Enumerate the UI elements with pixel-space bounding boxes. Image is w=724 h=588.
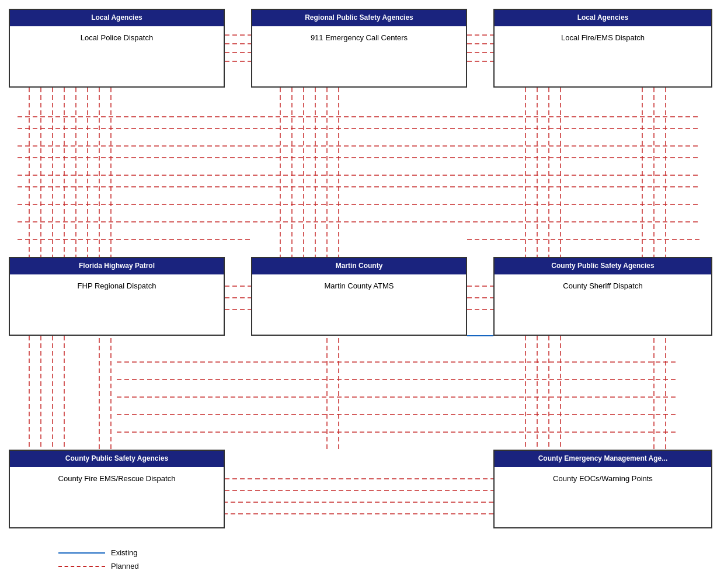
node-county-sheriff-header: County Public Safety Agencies	[495, 258, 711, 274]
node-fhp: Florida Highway Patrol FHP Regional Disp…	[9, 257, 225, 336]
node-county-sheriff: County Public Safety Agencies County She…	[493, 257, 712, 336]
node-martin-county-header: Martin County	[252, 258, 466, 274]
node-county-eoc: County Emergency Management Age... Count…	[493, 450, 712, 528]
legend-existing: Existing	[58, 548, 139, 557]
node-county-eoc-body: County EOCs/Warning Points	[495, 467, 711, 490]
node-local-fire-header: Local Agencies	[495, 10, 711, 26]
legend-planned: Planned	[58, 562, 139, 570]
node-county-sheriff-body: County Sheriff Dispatch	[495, 274, 711, 297]
node-regional-911-body: 911 Emergency Call Centers	[252, 26, 466, 49]
node-fhp-body: FHP Regional Dispatch	[10, 274, 224, 297]
node-local-police: Local Agencies Local Police Dispatch	[9, 9, 225, 88]
node-martin-county: Martin County Martin County ATMS	[251, 257, 467, 336]
node-local-fire: Local Agencies Local Fire/EMS Dispatch	[493, 9, 712, 88]
legend: Existing Planned	[58, 548, 139, 570]
diagram-container: Local Agencies Local Police Dispatch Reg…	[0, 0, 724, 588]
node-county-eoc-header: County Emergency Management Age...	[495, 451, 711, 467]
node-county-fire-header: County Public Safety Agencies	[10, 451, 224, 467]
node-regional-911: Regional Public Safety Agencies 911 Emer…	[251, 9, 467, 88]
legend-planned-line	[58, 566, 105, 567]
node-regional-911-header: Regional Public Safety Agencies	[252, 10, 466, 26]
legend-existing-label: Existing	[111, 548, 138, 557]
node-county-fire: County Public Safety Agencies County Fir…	[9, 450, 225, 528]
node-martin-county-body: Martin County ATMS	[252, 274, 466, 297]
node-fhp-header: Florida Highway Patrol	[10, 258, 224, 274]
node-county-fire-body: County Fire EMS/Rescue Dispatch	[10, 467, 224, 490]
node-local-police-header: Local Agencies	[10, 10, 224, 26]
legend-planned-label: Planned	[111, 562, 139, 570]
node-local-police-body: Local Police Dispatch	[10, 26, 224, 49]
legend-existing-line	[58, 552, 105, 554]
node-local-fire-body: Local Fire/EMS Dispatch	[495, 26, 711, 49]
